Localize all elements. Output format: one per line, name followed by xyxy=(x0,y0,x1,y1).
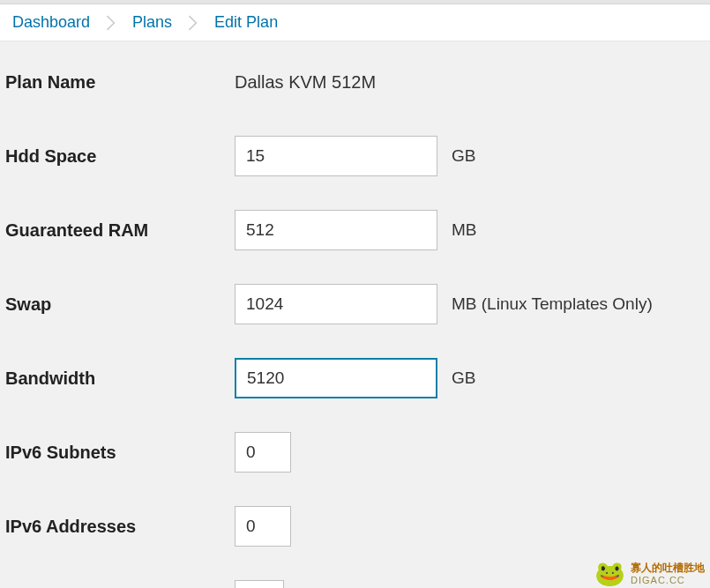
label-ipv6-addresses: IPv6 Addresses xyxy=(4,517,235,537)
chevron-right-icon xyxy=(188,15,198,31)
breadcrumb-link-editplan[interactable]: Edit Plan xyxy=(214,13,278,32)
edit-plan-form: Plan Name Dallas KVM 512M Hdd Space GB G… xyxy=(0,41,710,588)
row-plan-name: Plan Name Dallas KVM 512M xyxy=(0,45,710,119)
row-bandwidth: Bandwidth GB xyxy=(0,341,710,415)
bandwidth-input[interactable] xyxy=(235,358,437,398)
label-swap: Swap xyxy=(4,294,235,315)
value-plan-name: Dallas KVM 512M xyxy=(235,72,376,93)
label-plan-name: Plan Name xyxy=(4,72,235,93)
ipv6-subnets-input[interactable] xyxy=(235,432,291,473)
breadcrumb-link-dashboard[interactable]: Dashboard xyxy=(12,13,90,32)
row-swap: Swap MB (Linux Templates Only) xyxy=(0,267,710,341)
ipv6-addresses-input[interactable] xyxy=(235,506,291,547)
watermark: 🐸 寡人的吐槽胜地 DIGAC.CC xyxy=(594,562,705,586)
cpu-cores-input[interactable] xyxy=(235,580,284,588)
row-ipv6-addresses: IPv6 Addresses xyxy=(0,489,710,563)
breadcrumb-link-plans[interactable]: Plans xyxy=(132,13,172,32)
label-ram: Guaranteed RAM xyxy=(4,220,235,241)
row-ram: Guaranteed RAM MB xyxy=(0,193,710,267)
label-hdd-space: Hdd Space xyxy=(4,146,235,167)
chevron-right-icon xyxy=(106,15,116,31)
swap-input[interactable] xyxy=(235,284,437,324)
unit-bandwidth: GB xyxy=(452,368,475,388)
frog-icon: 🐸 xyxy=(594,562,625,586)
unit-ram: MB xyxy=(452,220,477,240)
ram-input[interactable] xyxy=(235,210,437,250)
row-hdd-space: Hdd Space GB xyxy=(0,119,710,193)
watermark-line2: DIGAC.CC xyxy=(631,575,705,585)
label-bandwidth: Bandwidth xyxy=(4,368,235,389)
row-ipv6-subnets: IPv6 Subnets xyxy=(0,415,710,489)
unit-swap: MB (Linux Templates Only) xyxy=(452,294,653,314)
watermark-line1: 寡人的吐槽胜地 xyxy=(631,562,705,574)
unit-hdd-space: GB xyxy=(452,146,475,166)
breadcrumb: Dashboard Plans Edit Plan xyxy=(0,4,710,41)
hdd-space-input[interactable] xyxy=(235,136,437,176)
label-ipv6-subnets: IPv6 Subnets xyxy=(4,443,235,463)
